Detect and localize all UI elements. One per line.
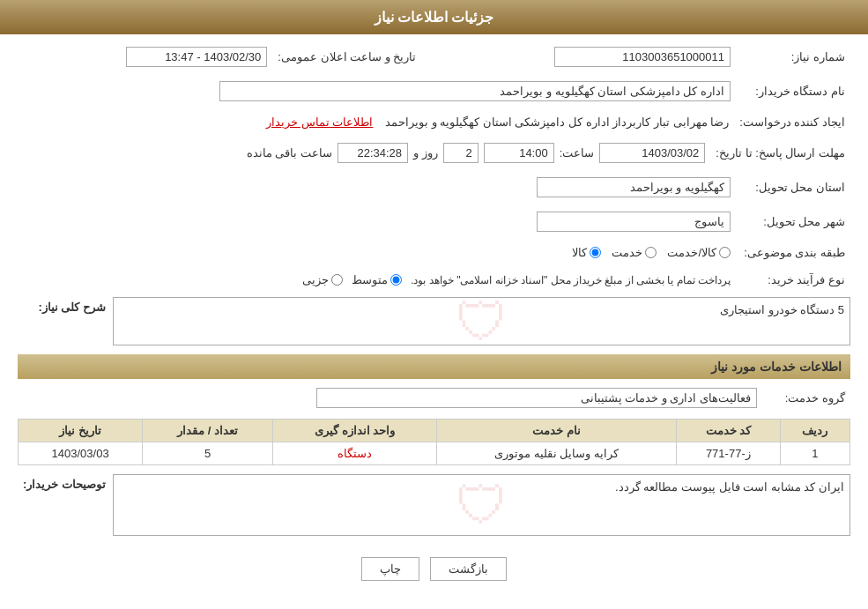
cell-qty: 5 xyxy=(143,442,273,465)
category-radio-khadamat[interactable] xyxy=(645,247,657,258)
remain-label: ساعت باقی مانده xyxy=(247,146,332,160)
cell-row: 1 xyxy=(780,442,849,465)
purchase-type-notice: پرداخت تمام یا بخشی از مبلغ خریداز محل "… xyxy=(411,274,731,286)
group-service-value: فعالیت‌های اداری و خدمات پشتیبانی xyxy=(316,388,757,408)
category-radio-kala-khadamat[interactable] xyxy=(719,247,731,258)
need-number-cell: 1103003651000011 xyxy=(421,43,736,71)
purchase-type-cell: پرداخت تمام یا بخشی از مبلغ خریداز محل "… xyxy=(18,270,736,290)
announce-datetime-cell: 1403/02/30 - 13:47 xyxy=(18,43,272,71)
category-radio-group: کالا/خدمت خدمت کالا xyxy=(23,246,731,259)
deadline-cell: 1403/03/02 ساعت: 14:00 2 روز و 22:34:28 … xyxy=(18,139,710,167)
category-label-khadamat: خدمت xyxy=(612,246,642,259)
print-button[interactable]: چاپ xyxy=(361,557,419,581)
purchase-radio-motawaset[interactable] xyxy=(390,274,402,286)
cell-name: کرایه وسایل نقلیه موتوری xyxy=(437,442,677,465)
deadline-time: 14:00 xyxy=(484,143,554,163)
category-option-kala[interactable]: کالا xyxy=(572,246,601,259)
category-option-kala-khadamat[interactable]: کالا/خدمت xyxy=(667,246,731,259)
main-container: جزئیات اطلاعات نیاز شماره نیاز: 11030036… xyxy=(0,0,868,609)
buyer-org-label: نام دستگاه خریدار: xyxy=(736,78,850,105)
purchase-option-jozi[interactable]: جزیی xyxy=(302,273,343,286)
province-label: استان محل تحویل: xyxy=(736,174,850,201)
purchase-type-row: پرداخت تمام یا بخشی از مبلغ خریداز محل "… xyxy=(23,273,731,286)
table-row: 1 ز-77-771 کرایه وسایل نقلیه موتوری دستگ… xyxy=(19,442,850,465)
watermark-icon: 🛡 xyxy=(456,291,508,352)
content-area: شماره نیاز: 1103003651000011 تاریخ و ساع… xyxy=(0,34,868,598)
need-desc-box: 5 دستگاه خودرو استیجاری 🛡 xyxy=(113,297,850,345)
announce-datetime-label: تاریخ و ساعت اعلان عمومی: xyxy=(272,43,421,71)
info-table-creator: ایجاد کننده درخواست: رضا مهرابی تبار کار… xyxy=(18,112,850,132)
purchase-option-motawaset[interactable]: متوسط xyxy=(352,273,402,286)
need-number-label: شماره نیاز: xyxy=(736,43,850,71)
bottom-buttons: بازگشت چاپ xyxy=(18,545,850,590)
days-value: 2 xyxy=(443,143,479,163)
remain-value: 22:34:28 xyxy=(338,143,408,163)
category-label: طبقه بندی موضوعی: xyxy=(736,242,850,263)
buyer-desc-box: ایران کد مشابه است فایل پیوست مطالعه گرد… xyxy=(113,474,850,536)
services-table: ردیف کد خدمت نام خدمت واحد اندازه گیری ت… xyxy=(18,419,850,465)
col-header-qty: تعداد / مقدار xyxy=(143,420,273,442)
services-section-header: اطلاعات خدمات مورد نیاز xyxy=(18,354,850,379)
need-desc-section: 5 دستگاه خودرو استیجاری 🛡 شرح کلی نیاز: xyxy=(18,297,850,345)
purchase-label-motawaset: متوسط xyxy=(352,273,388,286)
city-cell: یاسوج xyxy=(18,208,736,235)
col-header-date: تاریخ نیاز xyxy=(19,420,143,442)
cell-code: ز-77-771 xyxy=(676,442,780,465)
category-radio-kala[interactable] xyxy=(590,247,601,258)
cell-unit[interactable]: دستگاه xyxy=(272,442,436,465)
col-header-name: نام خدمت xyxy=(437,420,677,442)
col-header-row: ردیف xyxy=(780,420,849,442)
info-table-purchase: نوع فرآیند خرید: پرداخت تمام یا بخشی از … xyxy=(18,270,850,290)
contact-link[interactable]: اطلاعات تماس خریدار xyxy=(266,115,373,129)
province-value: کهگیلویه و بویراحمد xyxy=(537,177,731,197)
info-table-city: شهر محل تحویل: یاسوج xyxy=(18,208,850,235)
buyer-desc-value: ایران کد مشابه است فایل پیوست مطالعه گرد… xyxy=(615,480,844,494)
creator-cell: رضا مهرابی تبار کاربرداز اداره کل دامپزش… xyxy=(18,112,734,132)
buyer-org-cell: اداره کل دامپزشکی استان کهگیلویه و بویرا… xyxy=(18,78,736,105)
need-desc-box-wrap: 5 دستگاه خودرو استیجاری 🛡 xyxy=(113,297,850,345)
purchase-label-jozi: جزیی xyxy=(302,273,329,286)
buyer-desc-box-wrap: ایران کد مشابه است فایل پیوست مطالعه گرد… xyxy=(113,474,850,536)
group-service-label: گروه خدمت: xyxy=(762,384,850,412)
need-desc-label: شرح کلی نیاز: xyxy=(18,297,106,314)
category-label-kala-khadamat: کالا/خدمت xyxy=(667,246,716,259)
page-title: جزئیات اطلاعات نیاز xyxy=(375,10,494,25)
category-option-khadamat[interactable]: خدمت xyxy=(612,246,657,259)
col-header-unit: واحد اندازه گیری xyxy=(272,420,436,442)
creator-value: رضا مهرابی تبار کاربرداز اداره کل دامپزش… xyxy=(385,115,729,129)
info-table-buyer: نام دستگاه خریدار: اداره کل دامپزشکی است… xyxy=(18,78,850,105)
col-header-code: کد خدمت xyxy=(676,420,780,442)
deadline-row: 1403/03/02 ساعت: 14:00 2 روز و 22:34:28 … xyxy=(23,143,705,163)
info-table-deadline: مهلت ارسال پاسخ: تا تاریخ: 1403/03/02 سا… xyxy=(18,139,850,167)
deadline-label: مهلت ارسال پاسخ: تا تاریخ: xyxy=(710,139,850,167)
creator-label: ایجاد کننده درخواست: xyxy=(734,112,850,132)
info-table-province: استان محل تحویل: کهگیلویه و بویراحمد xyxy=(18,174,850,201)
days-label: روز و xyxy=(413,146,438,160)
deadline-time-label: ساعت: xyxy=(560,146,595,160)
city-value: یاسوج xyxy=(537,212,731,232)
cell-date: 1403/03/03 xyxy=(19,442,143,465)
deadline-date: 1403/03/02 xyxy=(599,143,705,163)
need-desc-value: 5 دستگاه خودرو استیجاری xyxy=(720,303,844,316)
need-number-value: 1103003651000011 xyxy=(554,47,731,67)
category-label-kala: کالا xyxy=(572,246,587,259)
info-table-category: طبقه بندی موضوعی: کالا/خدمت خدمت xyxy=(18,242,850,263)
group-service-cell: فعالیت‌های اداری و خدمات پشتیبانی xyxy=(18,384,762,412)
city-label: شهر محل تحویل: xyxy=(736,208,850,235)
category-cell: کالا/خدمت خدمت کالا xyxy=(18,242,736,263)
page-header: جزئیات اطلاعات نیاز xyxy=(0,0,868,34)
buyer-org-value: اداره کل دامپزشکی استان کهگیلویه و بویرا… xyxy=(219,81,731,101)
info-table-group-service: گروه خدمت: فعالیت‌های اداری و خدمات پشتی… xyxy=(18,384,850,412)
buyer-desc-section: ایران کد مشابه است فایل پیوست مطالعه گرد… xyxy=(18,474,850,536)
province-cell: کهگیلویه و بویراحمد xyxy=(18,174,736,201)
announce-datetime-value: 1403/02/30 - 13:47 xyxy=(126,47,267,67)
purchase-type-label: نوع فرآیند خرید: xyxy=(736,270,850,290)
info-table-top: شماره نیاز: 1103003651000011 تاریخ و ساع… xyxy=(18,43,850,71)
back-button[interactable]: بازگشت xyxy=(430,557,507,581)
purchase-radio-jozi[interactable] xyxy=(331,274,343,286)
buyer-desc-label: توصیحات خریدار: xyxy=(18,474,106,491)
watermark-icon-2: 🛡 xyxy=(456,475,508,536)
